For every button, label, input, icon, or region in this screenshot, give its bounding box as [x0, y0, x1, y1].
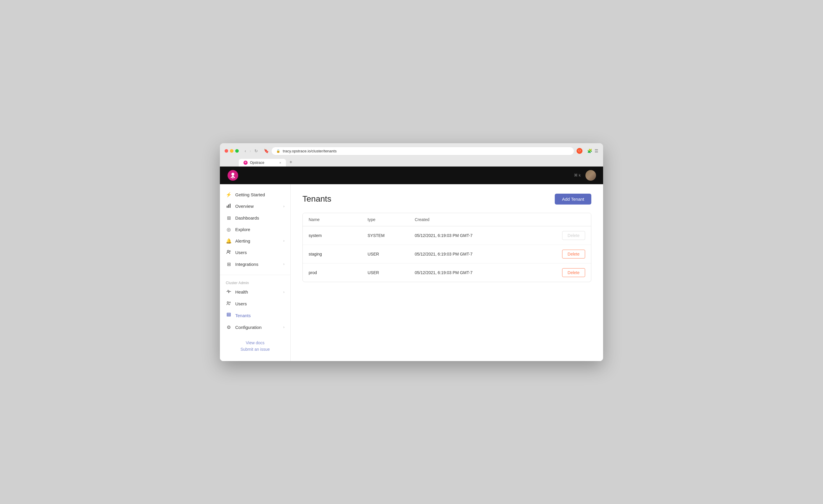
app-body: ⚡ Getting Started Overview: [220, 184, 603, 361]
svg-rect-7: [229, 204, 230, 208]
tab-title: Opstrace: [250, 161, 265, 165]
add-tenant-button[interactable]: Add Tenant: [555, 194, 591, 204]
tenant-created: 05/12/2021, 6:19:03 PM GMT-7: [409, 226, 556, 244]
main-content: Tenants Add Tenant Name type Created: [291, 184, 603, 361]
tenant-created: 05/12/2021, 6:19:03 PM GMT-7: [409, 244, 556, 263]
delete-button-staging[interactable]: Delete: [562, 249, 585, 259]
sidebar-item-label: Health: [235, 290, 248, 295]
app-header: ⌘ k: [220, 167, 603, 184]
header-right: ⌘ k: [574, 170, 596, 181]
url-text: tracy.opstrace.io/cluster/tenants: [283, 149, 337, 153]
main-nav-section: ⚡ Getting Started Overview: [220, 189, 290, 272]
sidebar-item-label: Configuration: [235, 325, 262, 330]
chart-bar-icon: [226, 203, 232, 209]
tenant-type: SYSTEM: [362, 226, 409, 244]
sidebar-item-label: Dashboards: [235, 215, 259, 220]
sidebar-item-label: Alerting: [235, 238, 250, 243]
tenant-action: Delete: [556, 244, 591, 263]
traffic-lights: [224, 149, 239, 153]
sidebar-item-label: Users: [235, 250, 247, 255]
col-header-name: Name: [303, 213, 362, 226]
sidebar-divider: [220, 275, 290, 275]
svg-point-10: [227, 302, 229, 303]
chevron-right-icon: ›: [283, 325, 285, 329]
cluster-admin-label: Cluster Admin: [220, 277, 290, 286]
delete-button-prod[interactable]: Delete: [562, 268, 585, 277]
chevron-right-icon: ›: [283, 239, 285, 243]
close-button[interactable]: [224, 149, 228, 153]
forward-button[interactable]: ›: [249, 148, 252, 154]
sidebar-item-integrations[interactable]: ⊞ Integrations ›: [220, 259, 290, 270]
table-row: staging USER 05/12/2021, 6:19:03 PM GMT-…: [303, 244, 591, 263]
sidebar-item-overview[interactable]: Overview ›: [220, 200, 290, 212]
cluster-admin-section: Cluster Admin Health ›: [220, 277, 290, 335]
compass-icon: ◎: [226, 227, 232, 232]
sidebar-item-configuration[interactable]: ⚙ Configuration ›: [220, 322, 290, 333]
svg-rect-13: [227, 314, 230, 315]
app-logo: [227, 169, 239, 181]
svg-point-1: [231, 173, 234, 176]
tenant-name: prod: [303, 263, 362, 282]
reload-button[interactable]: ↻: [253, 148, 259, 154]
browser-controls: ‹ › ↻ 🔖 🔒 tracy.opstrace.io/cluster/tena…: [224, 147, 599, 155]
hamburger-menu-icon[interactable]: ☰: [595, 149, 599, 153]
chevron-right-icon: ›: [283, 262, 285, 266]
sidebar-item-getting-started[interactable]: ⚡ Getting Started: [220, 189, 290, 200]
minimize-button[interactable]: [230, 149, 233, 153]
col-header-action: [556, 213, 591, 226]
browser-titlebar: ‹ › ↻ 🔖 🔒 tracy.opstrace.io/cluster/tena…: [220, 143, 603, 167]
sidebar-item-label: Getting Started: [235, 192, 265, 197]
extensions-icon[interactable]: 🧩: [587, 149, 592, 153]
svg-rect-5: [227, 206, 227, 208]
keyboard-shortcut: ⌘ k: [574, 173, 581, 177]
tenant-type: USER: [362, 244, 409, 263]
dashboard-icon: ⊞: [226, 215, 232, 221]
sidebar-footer: View docs Submit an issue: [220, 336, 290, 356]
sidebar-item-label: Explore: [235, 227, 250, 232]
sidebar-item-alerting[interactable]: 🔔 Alerting ›: [220, 235, 290, 247]
tab-close-button[interactable]: ×: [280, 161, 281, 164]
table-row: system SYSTEM 05/12/2021, 6:19:03 PM GMT…: [303, 226, 591, 244]
back-button[interactable]: ‹: [243, 148, 247, 154]
logo-icon: [227, 169, 239, 181]
sidebar-item-dashboards[interactable]: ⊞ Dashboards: [220, 212, 290, 224]
new-tab-button[interactable]: +: [287, 158, 295, 166]
table-header-row: Name type Created: [303, 213, 591, 226]
tenant-action: Delete: [556, 263, 591, 282]
tab-favicon: 👁: [243, 161, 248, 165]
grid-icon: ⊞: [226, 262, 232, 267]
delete-button-system: Delete: [562, 231, 585, 240]
bookmark-icon[interactable]: 🔖: [264, 149, 269, 153]
address-bar[interactable]: 🔒 tracy.opstrace.io/cluster/tenants: [271, 147, 574, 155]
user-avatar[interactable]: [586, 170, 596, 181]
bell-icon: 🔔: [226, 238, 232, 244]
col-header-created: Created: [409, 213, 556, 226]
sidebar-item-users[interactable]: Users: [220, 247, 290, 259]
brave-shield-icon[interactable]: 🛡: [577, 148, 583, 154]
lock-icon: 🔒: [276, 149, 280, 153]
active-tab[interactable]: 👁 Opstrace ×: [239, 159, 286, 167]
sidebar-item-tenants[interactable]: Tenants: [220, 310, 290, 322]
maximize-button[interactable]: [235, 149, 239, 153]
svg-point-8: [227, 250, 229, 252]
sidebar-item-explore[interactable]: ◎ Explore: [220, 224, 290, 235]
tenants-table-container: Name type Created system SYSTEM: [302, 213, 591, 282]
browser-window: ‹ › ↻ 🔖 🔒 tracy.opstrace.io/cluster/tena…: [220, 143, 603, 361]
sidebar-item-label: Integrations: [235, 262, 258, 267]
chevron-right-icon: ›: [283, 290, 285, 294]
tenants-table: Name type Created system SYSTEM: [303, 213, 591, 282]
submit-issue-link[interactable]: Submit an issue: [240, 347, 270, 352]
tenant-created: 05/12/2021, 6:19:03 PM GMT-7: [409, 263, 556, 282]
activity-icon: [226, 289, 232, 295]
lightning-icon: ⚡: [226, 192, 232, 197]
tenant-name: staging: [303, 244, 362, 263]
svg-point-11: [229, 302, 230, 303]
sidebar-item-cluster-users[interactable]: Users: [220, 298, 290, 310]
sidebar-item-label: Users: [235, 301, 247, 306]
sidebar-item-health[interactable]: Health ›: [220, 286, 290, 298]
tenant-name: system: [303, 226, 362, 244]
sidebar: ⚡ Getting Started Overview: [220, 184, 291, 361]
table-body: system SYSTEM 05/12/2021, 6:19:03 PM GMT…: [303, 226, 591, 282]
sidebar-item-label: Tenants: [235, 313, 251, 318]
view-docs-link[interactable]: View docs: [246, 340, 265, 345]
